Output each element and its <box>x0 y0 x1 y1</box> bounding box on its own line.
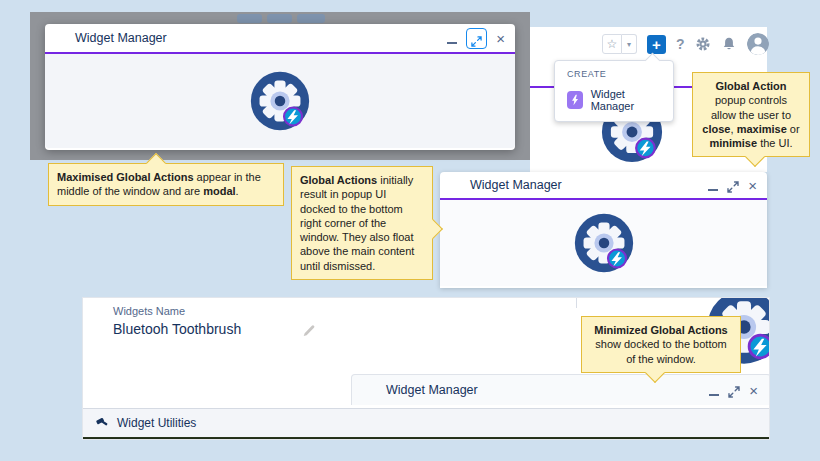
widget-manager-popup: Widget Manager × <box>440 172 767 288</box>
hammer-icon <box>95 416 109 430</box>
callout-text: Global Action <box>715 80 786 92</box>
maximize-icon[interactable] <box>728 384 740 396</box>
pencil-icon[interactable] <box>301 324 316 339</box>
callout-text: Minimized Global Actions <box>594 324 727 336</box>
modal-body <box>45 54 515 148</box>
callout-text: show docked to the bottom of the window. <box>595 338 726 364</box>
close-icon[interactable]: × <box>748 178 757 193</box>
minimize-icon[interactable] <box>709 394 719 396</box>
maximize-icon[interactable] <box>727 179 739 191</box>
dark-bottom-strip <box>83 437 770 440</box>
close-icon[interactable]: × <box>496 31 505 46</box>
callout-text: minimise <box>709 137 757 149</box>
window-title: Widget Manager <box>470 178 708 192</box>
global-actions-button[interactable]: + <box>647 35 666 54</box>
window-title: Widget Manager <box>386 383 709 397</box>
callout-text: or <box>787 123 800 135</box>
hidden-tab <box>297 14 325 23</box>
callout-text: maximise <box>737 123 787 135</box>
field-value: Bluetooh Toothbrush <box>113 321 241 337</box>
create-item-label: Widget Manager <box>591 88 661 112</box>
utility-bar-label: Widget Utilities <box>117 416 196 430</box>
user-avatar[interactable] <box>747 33 769 55</box>
app-header-icons: ☆ ▾ + ? <box>602 33 769 55</box>
favorites-button[interactable]: ☆ ▾ <box>602 34 637 54</box>
screenshot-stage: Widget Manager × ☆ ▾ + ? <box>0 0 820 461</box>
modal-header: Widget Manager × <box>45 24 515 52</box>
hidden-tab <box>237 14 262 23</box>
callout-maximised: Maximised Global Actions appear in the m… <box>48 163 284 206</box>
widget-manager-modal: Widget Manager × <box>45 24 515 150</box>
minimize-icon[interactable] <box>447 42 457 44</box>
callout-docked: Global Actions initially result in popup… <box>291 166 433 280</box>
create-menu-item[interactable]: Widget Manager <box>555 84 673 121</box>
popup-body <box>440 200 767 286</box>
utility-bar[interactable]: Widget Utilities <box>83 408 770 437</box>
plus-icon: + <box>652 37 661 52</box>
callout-text: the UI. <box>757 137 792 149</box>
callout-text: initially result in popup UI docked to t… <box>300 174 414 272</box>
gear-lightning-icon <box>249 70 311 132</box>
panel-divider <box>576 298 577 308</box>
settings-gear-icon[interactable] <box>695 36 711 52</box>
gear-lightning-icon <box>573 212 635 274</box>
minimize-icon[interactable] <box>708 189 718 191</box>
callout-minimized: Minimized Global Actions show docked to … <box>581 316 741 373</box>
create-menu: CREATE Widget Manager <box>554 60 674 122</box>
callout-text: close <box>702 123 730 135</box>
field-label: Widgets Name <box>113 305 185 317</box>
maximize-icon <box>471 33 482 44</box>
maximize-button[interactable] <box>466 28 487 49</box>
callout-text: popup controls allow the user to <box>711 94 791 120</box>
popup-header: Widget Manager × <box>440 172 767 198</box>
callout-text: Global Actions <box>300 174 377 186</box>
window-title: Widget Manager <box>75 31 447 45</box>
help-button[interactable]: ? <box>676 36 685 52</box>
star-icon[interactable]: ☆ <box>602 34 622 54</box>
bolt-icon <box>567 91 583 109</box>
callout-text: Maximised Global Actions <box>57 171 194 183</box>
hidden-tab <box>267 14 292 23</box>
bell-icon[interactable] <box>721 36 737 52</box>
close-icon[interactable]: × <box>749 383 758 398</box>
caret-down-icon[interactable]: ▾ <box>622 34 637 54</box>
minimized-window-bar[interactable]: Widget Manager × <box>351 374 770 405</box>
callout-text: . <box>236 185 239 197</box>
callout-text: modal <box>203 185 235 197</box>
callout-controls: Global Action popup controls allow the u… <box>692 72 810 157</box>
